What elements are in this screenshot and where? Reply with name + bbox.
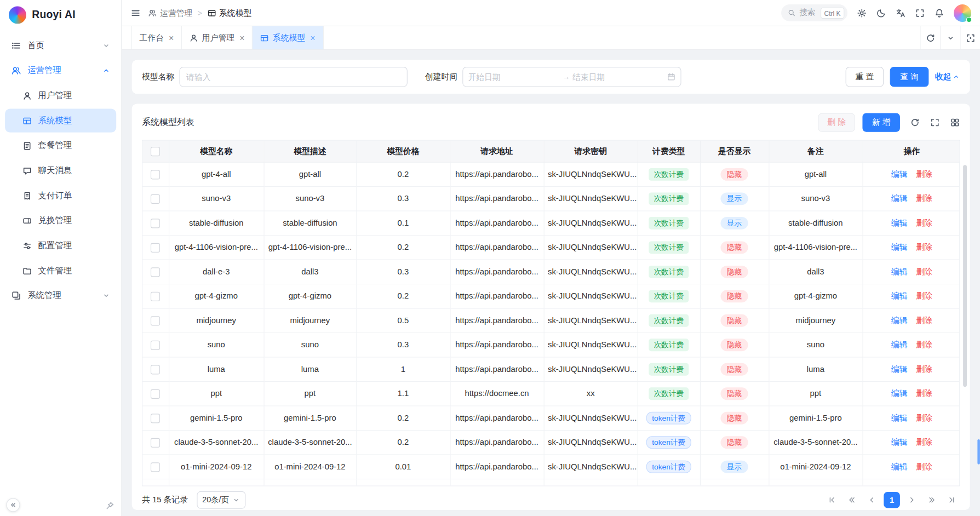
close-icon[interactable]: × — [310, 33, 315, 42]
row-checkbox[interactable] — [151, 340, 160, 349]
menu-toggle-icon[interactable] — [130, 8, 140, 18]
delete-link[interactable]: 删除 — [916, 413, 932, 422]
delete-link[interactable]: 删除 — [916, 388, 932, 398]
settings-icon[interactable] — [857, 8, 867, 18]
edit-link[interactable]: 编辑 — [891, 193, 908, 203]
edit-link[interactable]: 编辑 — [891, 364, 908, 374]
delete-link[interactable]: 删除 — [916, 364, 932, 374]
sidebar-item-operations[interactable]: 运营管理 — [5, 59, 116, 82]
delete-link[interactable]: 删除 — [916, 291, 932, 300]
select-all-checkbox[interactable] — [151, 147, 160, 156]
sidebar-item-system[interactable]: 系统管理 — [5, 284, 116, 307]
row-checkbox[interactable] — [151, 170, 160, 179]
prev-jump-button[interactable] — [844, 492, 860, 508]
edit-link[interactable]: 编辑 — [891, 267, 908, 276]
row-checkbox[interactable] — [151, 291, 160, 301]
delete-link[interactable]: 删除 — [916, 242, 932, 251]
reset-button[interactable]: 重 置 — [845, 67, 884, 87]
tab-user-management[interactable]: 用户管理 × — [182, 26, 253, 49]
date-range-picker[interactable]: → — [462, 67, 681, 87]
sidebar-item-chat[interactable]: 聊天消息 — [5, 159, 116, 182]
sidebar-item-exchange[interactable]: 兑换管理 — [5, 209, 116, 232]
page-number[interactable]: 1 — [884, 492, 900, 508]
edit-link[interactable]: 编辑 — [891, 316, 908, 325]
row-checkbox[interactable] — [151, 462, 160, 472]
pin-icon[interactable] — [106, 500, 114, 510]
edit-link[interactable]: 编辑 — [891, 340, 908, 349]
delete-link[interactable]: 删除 — [916, 437, 932, 446]
collapse-filter-link[interactable]: 收起 — [935, 71, 960, 83]
page-scrollbar-thumb[interactable] — [977, 439, 980, 465]
next-jump-button[interactable] — [924, 492, 940, 508]
delete-link[interactable]: 删除 — [916, 462, 932, 471]
dark-mode-icon[interactable] — [876, 8, 886, 18]
table-scrollbar[interactable] — [963, 165, 967, 387]
search-input[interactable]: 搜索 Ctrl K — [781, 4, 847, 21]
delete-link[interactable]: 删除 — [916, 169, 932, 179]
edit-link[interactable]: 编辑 — [891, 437, 908, 446]
edit-link[interactable]: 编辑 — [891, 388, 908, 398]
edit-link[interactable]: 编辑 — [891, 242, 908, 251]
column-settings-icon[interactable] — [950, 117, 960, 127]
query-button[interactable]: 查 询 — [890, 67, 929, 87]
next-page-button[interactable] — [904, 492, 920, 508]
sidebar-item-folder[interactable]: 文件管理 — [5, 259, 116, 282]
model-name-input[interactable] — [179, 67, 407, 87]
table-toolbar: 删 除 新 增 — [818, 113, 960, 132]
row-checkbox[interactable] — [151, 219, 160, 228]
edit-link[interactable]: 编辑 — [891, 291, 908, 300]
add-button[interactable]: 新 增 — [863, 113, 900, 132]
breadcrumb-item-system-models[interactable]: 系统模型 — [207, 7, 251, 19]
row-checkbox[interactable] — [151, 414, 160, 423]
delete-link[interactable]: 删除 — [916, 316, 932, 325]
refresh-icon[interactable] — [920, 26, 940, 49]
end-date-input[interactable] — [572, 72, 664, 82]
expand-icon[interactable] — [930, 117, 940, 127]
cell-actions: 编辑删除 — [862, 284, 960, 308]
sidebar-item-receipt[interactable]: 支付订单 — [5, 184, 116, 207]
edit-link[interactable]: 编辑 — [891, 218, 908, 227]
chevron-down-icon[interactable] — [940, 26, 960, 49]
row-checkbox[interactable] — [151, 438, 160, 447]
filter-actions: 重 置 查 询 收起 — [845, 67, 960, 87]
first-page-button[interactable] — [824, 492, 840, 508]
last-page-button[interactable] — [944, 492, 960, 508]
row-checkbox[interactable] — [151, 316, 160, 325]
refresh-icon[interactable] — [910, 117, 920, 127]
delete-link[interactable]: 删除 — [916, 267, 932, 276]
start-date-input[interactable] — [468, 72, 560, 82]
notifications-icon[interactable] — [935, 8, 944, 18]
sidebar-item-table[interactable]: 系统模型 — [5, 109, 116, 133]
tab-workbench[interactable]: 工作台 × — [131, 26, 182, 49]
delete-link[interactable]: 删除 — [916, 218, 932, 227]
cell-model-name: gpt-4-gizmo — [169, 284, 263, 308]
sidebar-item-home[interactable]: 首页 — [5, 34, 116, 58]
delete-link[interactable]: 删除 — [916, 193, 932, 203]
breadcrumb-item-operations[interactable]: 运营管理 — [148, 7, 192, 19]
delete-button[interactable]: 删 除 — [818, 113, 855, 132]
row-checkbox[interactable] — [151, 267, 160, 277]
cell-model-desc: luma — [263, 357, 356, 381]
prev-page-button[interactable] — [864, 492, 880, 508]
close-icon[interactable]: × — [239, 33, 244, 42]
row-checkbox[interactable] — [151, 365, 160, 374]
page-size-select[interactable]: 20条/页 — [197, 491, 245, 509]
delete-link[interactable]: 删除 — [916, 340, 932, 349]
brand[interactable]: Ruoyi AI — [0, 0, 121, 30]
tab-system-models[interactable]: 系统模型 × — [253, 26, 323, 49]
maximize-icon[interactable] — [960, 26, 980, 49]
edit-link[interactable]: 编辑 — [891, 462, 908, 471]
edit-link[interactable]: 编辑 — [891, 169, 908, 179]
row-checkbox[interactable] — [151, 389, 160, 398]
fullscreen-icon[interactable] — [915, 8, 925, 18]
edit-link[interactable]: 编辑 — [891, 413, 908, 422]
sidebar-collapse-button[interactable] — [6, 498, 20, 512]
row-checkbox[interactable] — [151, 194, 160, 203]
sidebar-item-config[interactable]: 配置管理 — [5, 234, 116, 257]
avatar[interactable] — [954, 4, 971, 21]
close-icon[interactable]: × — [169, 33, 174, 42]
sidebar-item-doc[interactable]: 套餐管理 — [5, 134, 116, 157]
sidebar-item-user[interactable]: 用户管理 — [5, 84, 116, 107]
language-icon[interactable] — [896, 8, 906, 18]
row-checkbox[interactable] — [151, 243, 160, 252]
